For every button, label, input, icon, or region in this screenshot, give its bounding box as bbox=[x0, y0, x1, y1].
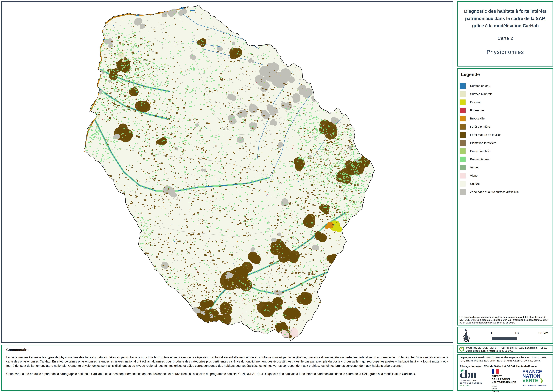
scalebar-label-mid: 18 bbox=[515, 331, 519, 335]
legend-item-label: Surface minérale bbox=[470, 92, 492, 96]
map-subtitle: Carte 2 bbox=[458, 36, 553, 41]
copyright-line2: Copie et reproduction interdites, le 06-… bbox=[466, 349, 551, 352]
pilotage-text: Pilotage du projet : CBN de Bailleul et … bbox=[460, 365, 551, 368]
cbn-line2: BOTANIQUE NATIONAL bbox=[460, 382, 489, 384]
legend-item-label: Culture bbox=[470, 182, 480, 185]
fnv-line2: NATION bbox=[522, 374, 553, 378]
legend-swatch bbox=[460, 157, 466, 162]
legend-swatch bbox=[460, 149, 466, 154]
comment-title: Commentaire bbox=[6, 348, 448, 352]
legend-item-prairie_paturee: Prairie pâturée bbox=[460, 155, 551, 164]
legend-swatch bbox=[460, 83, 466, 89]
legend-swatch bbox=[460, 124, 466, 129]
legend-item-label: Forêt pionnière bbox=[470, 125, 490, 128]
legend-swatch bbox=[460, 181, 466, 187]
legend-item-zone_batie: Zone bâtie et autre surface artificielle bbox=[460, 188, 551, 196]
north-arrow-icon: N bbox=[460, 328, 472, 343]
prefet-devise1: Liberté bbox=[492, 385, 520, 387]
legend-item-pelouse: Pelouse bbox=[460, 98, 551, 106]
qgis-logo-icon bbox=[459, 347, 464, 352]
french-flag-icon bbox=[492, 369, 499, 374]
legend-item-label: Pelouse bbox=[470, 100, 481, 104]
legend-swatch bbox=[460, 132, 466, 138]
copyright-line1: © CarHab, DIGITALE - SIG, BFP - CBN de B… bbox=[466, 346, 551, 349]
legend-swatch bbox=[460, 108, 466, 113]
legend-source-note: Les données flore et végétation exploité… bbox=[460, 315, 551, 324]
map-name: Physionomies bbox=[458, 49, 553, 55]
prefet-devise3: Fraternité bbox=[492, 390, 520, 392]
comment-panel: Commentaire La carte met en évidence les… bbox=[1, 345, 453, 391]
legend-item-label: Prairie fauchée bbox=[470, 150, 490, 153]
legend-item-label: Forêt mature de feuillus bbox=[470, 133, 501, 137]
legend-item-label: Broussaille bbox=[470, 117, 485, 120]
legend-swatch bbox=[460, 189, 466, 195]
copyright-text: © CarHab, DIGITALE - SIG, BFP - CBN de B… bbox=[466, 346, 551, 352]
cbn-wordmark: cbn bbox=[460, 369, 489, 379]
legend-item-label: Fourré bas bbox=[470, 109, 484, 112]
france-nation-verte-logo: FRANCE NATION VERTE ❯ Agir · Mobiliser ·… bbox=[522, 369, 553, 387]
legend-title: Légende bbox=[461, 72, 553, 77]
prefet-logo: PRÉFET DE LA RÉGION HAUTS-DE-FRANCE Libe… bbox=[492, 369, 520, 392]
legend-item-broussaille: Broussaille bbox=[460, 114, 551, 123]
prefet-devise2: Égalité bbox=[492, 387, 520, 390]
prefet-line1: PRÉFET bbox=[492, 375, 520, 378]
comment-paragraph-2: Cette carte a été produite à partir de l… bbox=[6, 372, 448, 376]
legend-panel: Légende Surface en eauSurface minéralePe… bbox=[457, 68, 553, 326]
legend-item-label: Vigne bbox=[470, 174, 478, 177]
fnv-line1: FRANCE bbox=[522, 369, 553, 374]
scalebar-label-0: 0 bbox=[491, 331, 493, 335]
scalebar bbox=[492, 337, 541, 340]
fnv-tagline: Agir · Mobiliser · Accélérer bbox=[522, 385, 553, 387]
legend-item-foret_mature: Forêt mature de feuillus bbox=[460, 131, 551, 139]
legend-swatch bbox=[460, 91, 466, 97]
scalebar-filled-segment bbox=[492, 337, 517, 340]
prefet-line3: HAUTS-DE-FRANCE bbox=[492, 381, 520, 384]
legend-rows: Surface en eauSurface minéralePelouseFou… bbox=[460, 82, 551, 196]
legend-swatch bbox=[460, 100, 466, 105]
fnv-line3: VERTE bbox=[522, 378, 538, 383]
legend-swatch bbox=[460, 173, 466, 178]
legend-swatch bbox=[460, 165, 466, 170]
legend-item-label: Prairie pâturée bbox=[470, 158, 489, 161]
prefet-line2: DE LA RÉGION bbox=[492, 378, 520, 381]
legend-item-label: Verger bbox=[470, 166, 479, 169]
title-panel: Diagnostic des habitats à forts intérêts… bbox=[457, 1, 553, 66]
legend-item-label: Zone bâtie et autre surface artificielle bbox=[470, 190, 519, 194]
legend-item-prairie_fauchee: Prairie fauchée bbox=[460, 147, 551, 155]
fnv-chevron-icon: ❯ bbox=[540, 378, 544, 383]
legend-item-vigne: Vigne bbox=[460, 171, 551, 180]
cbn-logo: cbn CONSERVATOIRE BOTANIQUE NATIONAL BAI… bbox=[460, 369, 489, 387]
legend-item-label: Plantation forestière bbox=[470, 141, 497, 145]
scalebar-empty-segment bbox=[517, 337, 541, 340]
partnership-text: Le programme CarHab 2020-2025 est réalis… bbox=[460, 356, 551, 362]
legend-item-verger: Verger bbox=[460, 164, 551, 171]
legend-swatch bbox=[460, 116, 466, 121]
map-canvas bbox=[2, 2, 453, 342]
scalebar-panel: N 0 18 36 km bbox=[457, 327, 553, 344]
legend-item-label: Surface en eau bbox=[470, 84, 490, 88]
map-title: Diagnostic des habitats à forts intérêts… bbox=[458, 2, 553, 29]
copyright-panel: © CarHab, DIGITALE - SIG, BFP - CBN de B… bbox=[457, 345, 553, 353]
scalebar-label-end: 36 km bbox=[538, 331, 548, 335]
legend-swatch bbox=[460, 140, 466, 146]
map-frame bbox=[1, 1, 453, 343]
legend-item-fourre_bas: Fourré bas bbox=[460, 106, 551, 114]
comment-paragraph-1: La carte met en évidence les types de ph… bbox=[6, 355, 448, 368]
legend-item-foret_pionniere: Forêt pionnière bbox=[460, 123, 551, 131]
legend-item-surface_eau: Surface en eau bbox=[460, 82, 551, 90]
legend-item-culture: Culture bbox=[460, 180, 551, 188]
cbn-line3: BAILLEUL bbox=[460, 385, 489, 387]
legend-item-surface_minerale: Surface minérale bbox=[460, 90, 551, 98]
legend-item-plantation: Plantation forestière bbox=[460, 139, 551, 147]
partners-panel: Le programme CarHab 2020-2025 est réalis… bbox=[457, 354, 553, 391]
